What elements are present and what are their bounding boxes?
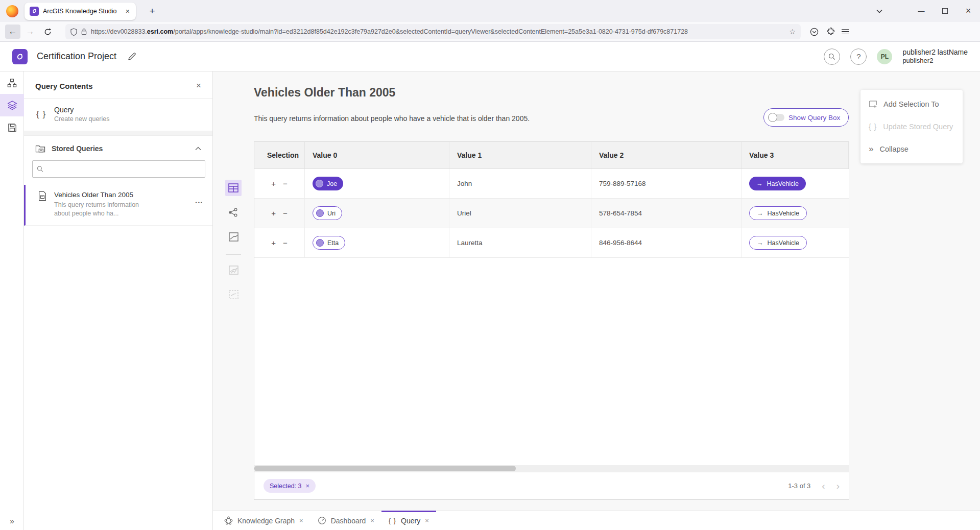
edit-title-pencil-icon[interactable] [128, 52, 136, 61]
remove-from-selection-icon[interactable]: − [283, 179, 288, 188]
query-create-item[interactable]: { } Query Create new queries [24, 99, 212, 131]
rail-item-save[interactable] [0, 116, 24, 139]
remove-from-selection-icon[interactable]: − [283, 209, 288, 218]
cell-value1[interactable]: John [449, 169, 591, 198]
stored-query-options-icon[interactable]: ••• [196, 200, 203, 205]
context-menu: Add Selection To { } Update Stored Query… [861, 90, 963, 163]
window-controls: — × [868, 0, 980, 22]
add-to-selection-icon[interactable]: + [271, 238, 276, 247]
page-title: Vehicles Older Than 2005 [254, 86, 395, 100]
add-to-selection-icon[interactable]: + [271, 179, 276, 188]
column-header-value1[interactable]: Value 1 [449, 142, 591, 168]
search-button[interactable] [824, 49, 840, 65]
relationship-pill[interactable]: →HasVehicle [749, 177, 806, 190]
scrollbar-thumb[interactable] [254, 466, 516, 471]
back-button[interactable]: ← [5, 25, 20, 39]
url-bar[interactable]: https://dev0028833.esri.com/portal/apps/… [65, 24, 801, 39]
relationship-pill[interactable]: →HasVehicle [749, 236, 807, 250]
selected-count-chip[interactable]: Selected: 3 × [264, 479, 316, 493]
minimize-button[interactable]: — [910, 0, 933, 22]
panel-header: Query Contents × [24, 71, 212, 99]
window-close-button[interactable]: × [957, 0, 980, 22]
app-body: » Query Contents × { } Query Create new … [0, 71, 980, 530]
selected-count-label: Selected: 3 [270, 483, 302, 490]
menu-item-update-stored-query[interactable]: { } Update Stored Query [861, 115, 963, 138]
tab-dashboard[interactable]: Dashboard × [310, 511, 381, 530]
map-overlay-view-button[interactable] [225, 262, 242, 278]
bottom-tab-bar: Knowledge Graph × Dashboard × { } Query … [213, 511, 980, 530]
stored-queries-search[interactable] [32, 160, 205, 178]
entity-pill[interactable]: Joe [313, 177, 343, 190]
app-header: Certification Project ? PL publisher2 la… [0, 42, 980, 71]
tab-query[interactable]: { } Query × [381, 511, 436, 530]
rail-item-contents[interactable] [0, 94, 24, 116]
cell-value1[interactable]: Lauretta [449, 228, 591, 257]
remove-from-selection-icon[interactable]: − [283, 238, 288, 247]
browser-tab-title: ArcGIS Knowledge Studio [43, 8, 121, 15]
page-previous-icon[interactable]: ‹ [822, 480, 825, 492]
rail-item-hierarchy[interactable] [0, 71, 24, 94]
stored-query-item[interactable]: Vehicles Older Than 2005 This query retu… [24, 185, 212, 226]
browser-tab[interactable]: ArcGIS Knowledge Studio × [25, 3, 136, 20]
reload-button[interactable] [40, 25, 55, 39]
browser-tab-strip: ArcGIS Knowledge Studio × + — × [0, 0, 980, 22]
entity-pill[interactable]: Uri [313, 206, 342, 220]
cell-value2[interactable]: 846-956-8644 [591, 228, 742, 257]
entity-pill[interactable]: Etta [313, 236, 345, 250]
selection-box-icon [229, 290, 238, 299]
list-tabs-chevron-icon[interactable] [868, 0, 891, 22]
chevron-up-icon[interactable] [195, 147, 201, 151]
lock-icon[interactable] [81, 28, 87, 35]
map-overlay-icon [229, 266, 238, 275]
tab-close-icon[interactable]: × [425, 517, 429, 524]
tab-close-icon[interactable]: × [299, 517, 303, 524]
cell-value2[interactable]: 578-654-7854 [591, 199, 742, 228]
menu-item-collapse[interactable]: » Collapse [861, 138, 963, 160]
page-next-icon[interactable]: › [836, 480, 840, 492]
tab-knowledge-graph[interactable]: Knowledge Graph × [217, 511, 310, 530]
expand-rail-button[interactable]: » [0, 517, 24, 526]
panel-close-icon[interactable]: × [196, 81, 201, 91]
maximize-button[interactable] [933, 0, 957, 22]
menu-item-add-selection-to[interactable]: Add Selection To [861, 93, 963, 115]
forward-button[interactable]: → [22, 25, 38, 39]
cell-value1[interactable]: Uriel [449, 199, 591, 228]
table-row: + − Joe John 759-889-57168 →HasVehicle [254, 169, 849, 199]
column-header-value0[interactable]: Value 0 [305, 142, 449, 168]
clear-selection-icon[interactable]: × [306, 482, 310, 490]
stored-queries-header[interactable]: Stored Queries [24, 136, 212, 159]
avatar[interactable]: PL [877, 49, 892, 64]
pocket-save-icon[interactable] [810, 28, 819, 36]
view-toolbar [225, 180, 242, 311]
table-view-button[interactable] [225, 180, 242, 196]
toggle-track [769, 114, 784, 121]
link-chart-view-button[interactable] [225, 204, 242, 221]
column-header-value3[interactable]: Value 3 [742, 142, 849, 168]
search-input[interactable] [46, 165, 201, 173]
user-block[interactable]: publisher2 lastName publisher2 [902, 48, 968, 65]
tab-close-icon[interactable]: × [370, 517, 374, 524]
cell-value2[interactable]: 759-889-57168 [591, 169, 742, 198]
tab-label: Knowledge Graph [237, 517, 295, 525]
selection-view-button[interactable] [225, 286, 242, 303]
menu-hamburger-icon[interactable] [842, 29, 849, 35]
firefox-logo-icon[interactable] [6, 5, 18, 17]
column-header-value2[interactable]: Value 2 [591, 142, 742, 168]
toggle-knob [768, 113, 777, 122]
query-results-table: Selection Value 0 Value 1 Value 2 Value … [254, 141, 849, 500]
new-tab-button[interactable]: + [145, 6, 159, 17]
help-button[interactable]: ? [850, 49, 867, 65]
horizontal-scrollbar[interactable] [254, 465, 849, 472]
relationship-pill[interactable]: →HasVehicle [749, 206, 807, 220]
search-icon [37, 165, 43, 173]
tab-close-icon[interactable]: × [125, 7, 131, 15]
column-header-selection[interactable]: Selection [254, 142, 305, 168]
tracking-shield-icon[interactable] [70, 28, 77, 36]
bookmark-star-icon[interactable]: ☆ [789, 28, 796, 36]
show-query-box-toggle[interactable]: Show Query Box [763, 108, 849, 127]
extensions-puzzle-icon[interactable] [826, 28, 834, 36]
add-to-selection-icon[interactable]: + [271, 209, 276, 218]
stored-query-doc-icon [38, 191, 47, 201]
map-view-button[interactable] [225, 229, 242, 245]
main-content: Vehicles Older Than 2005 This query retu… [213, 71, 980, 511]
